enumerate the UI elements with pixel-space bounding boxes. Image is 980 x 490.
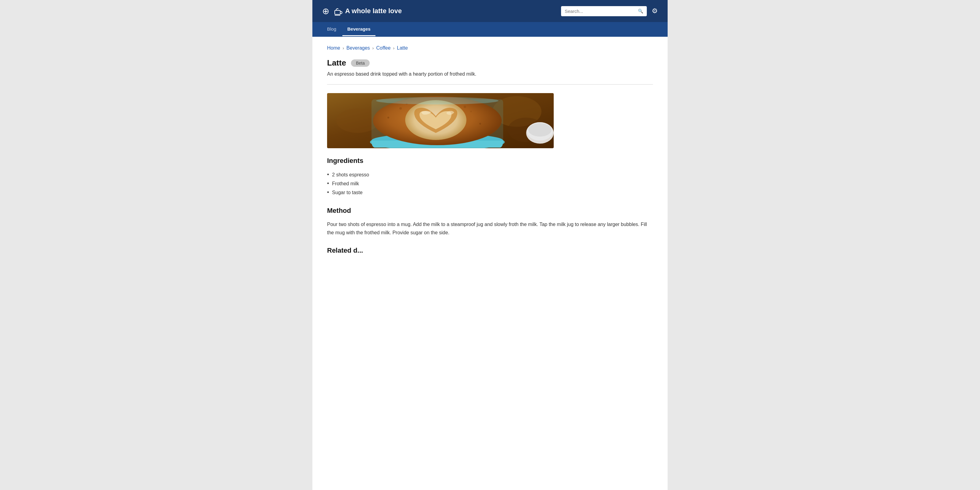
search-icon: 🔍 (638, 9, 643, 13)
svg-point-19 (528, 123, 552, 137)
settings-icon[interactable]: ⚙ (652, 7, 658, 15)
brand-name: A whole latte love (345, 7, 402, 15)
ingredient-1: 2 shots espresso (332, 172, 369, 178)
breadcrumb-separator-1: › (343, 46, 344, 51)
latte-illustration (327, 93, 554, 148)
bullet-1: • (327, 172, 329, 178)
content-area: Home › Beverages › Coffee › Latte Latte … (312, 37, 668, 263)
breadcrumb-beverages[interactable]: Beverages (346, 45, 370, 51)
page-wrapper: ⊕ A whole latte love 🔍 ⚙ Blog Beverages (312, 0, 668, 490)
bullet-3: • (327, 189, 329, 196)
svg-point-16 (479, 123, 481, 125)
page-title-area: Latte Beta (327, 58, 653, 68)
ingredient-3: Sugar to taste (332, 190, 363, 196)
nav-item-beverages[interactable]: Beverages (342, 23, 375, 36)
nav-right: 🔍 ⚙ (561, 6, 658, 16)
page-description: An espresso based drink topped with a he… (327, 72, 653, 77)
brand-logo-icon (334, 6, 343, 16)
breadcrumb-latte[interactable]: Latte (397, 45, 408, 51)
breadcrumb-home[interactable]: Home (327, 45, 340, 51)
latte-image (327, 93, 554, 148)
top-nav: ⊕ A whole latte love 🔍 ⚙ (312, 0, 668, 22)
svg-rect-0 (335, 10, 340, 14)
svg-point-14 (470, 111, 472, 112)
ingredients-heading: Ingredients (327, 157, 653, 165)
page-title: Latte (327, 58, 346, 68)
svg-point-11 (399, 107, 402, 110)
search-box[interactable]: 🔍 (561, 6, 647, 16)
list-item: • Frothed milk (327, 179, 653, 188)
secondary-nav: Blog Beverages (312, 22, 668, 37)
brand: ⊕ A whole latte love (322, 6, 402, 16)
search-input[interactable] (565, 9, 635, 14)
breadcrumb-separator-2: › (372, 46, 374, 51)
breadcrumb-coffee[interactable]: Coffee (376, 45, 391, 51)
bullet-2: • (327, 180, 329, 187)
breadcrumb: Home › Beverages › Coffee › Latte (327, 45, 653, 51)
beta-badge: Beta (351, 59, 370, 67)
related-heading: Related d... (327, 247, 653, 255)
ingredient-list: • 2 shots espresso • Frothed milk • Suga… (327, 170, 653, 197)
section-divider (327, 84, 653, 84)
breadcrumb-separator-3: › (393, 46, 395, 51)
list-item: • Sugar to taste (327, 188, 653, 197)
ingredient-2: Frothed milk (332, 181, 359, 186)
method-heading: Method (327, 207, 653, 215)
method-text: Pour two shots of espresso into a mug. A… (327, 220, 653, 237)
svg-point-20 (376, 97, 499, 105)
svg-point-15 (387, 117, 389, 119)
coffee-cup-icon: ⊕ (322, 6, 329, 16)
list-item: • 2 shots espresso (327, 170, 653, 179)
svg-point-13 (464, 106, 466, 108)
nav-item-blog[interactable]: Blog (322, 23, 341, 36)
